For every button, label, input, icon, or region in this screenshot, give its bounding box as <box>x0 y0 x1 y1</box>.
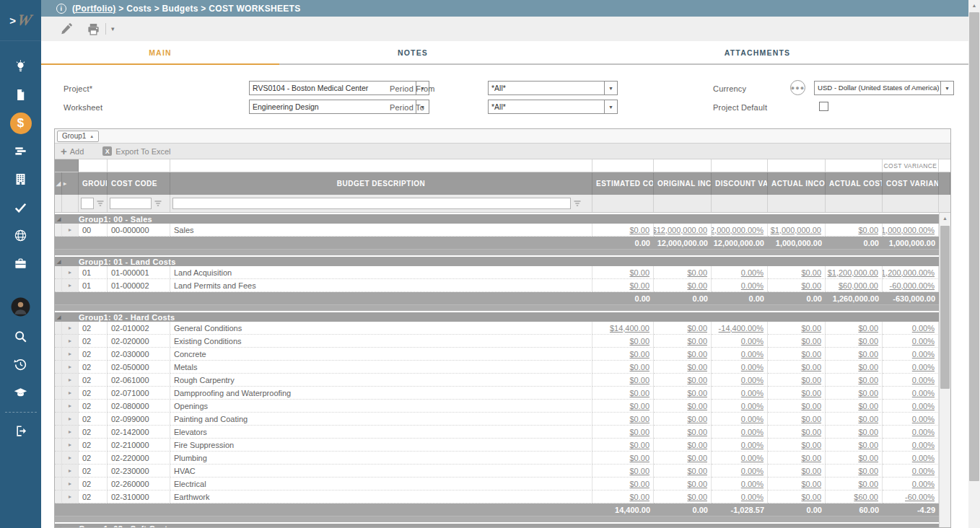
value-link[interactable]: $0.00 <box>687 402 707 410</box>
value-link[interactable]: 0.00% <box>912 415 935 423</box>
sidebar-item-dollar[interactable]: $ <box>0 109 41 137</box>
value-link[interactable]: $0.00 <box>801 402 821 410</box>
app-logo[interactable]: > W <box>0 0 41 41</box>
sidebar-item-avatar[interactable] <box>0 291 41 322</box>
value-link[interactable]: 0.00% <box>741 268 764 277</box>
sidebar-item-globe[interactable] <box>0 221 41 250</box>
expand-row-icon[interactable]: ▸ <box>62 335 79 348</box>
description-filter-input[interactable] <box>172 198 571 209</box>
value-link[interactable]: $0.00 <box>801 480 821 488</box>
value-link[interactable]: $0.00 <box>801 428 821 436</box>
value-link[interactable]: $0.00 <box>687 281 707 290</box>
value-link[interactable]: $1,000,000.00 <box>771 226 821 234</box>
value-link[interactable]: 0.00% <box>912 441 935 449</box>
value-link[interactable]: $0.00 <box>858 363 878 371</box>
value-link[interactable]: 12,000,000.00% <box>712 226 764 234</box>
breadcrumb-portfolio-link[interactable]: (Portfolio) <box>72 4 116 14</box>
currency-select[interactable]: USD - Dollar (United States of America) … <box>814 81 954 95</box>
value-link[interactable]: 0.00% <box>912 467 935 475</box>
value-link[interactable]: $0.00 <box>801 363 821 371</box>
group-by-chip[interactable]: Group1 ▲ <box>57 131 99 142</box>
value-link[interactable]: $60,000.00 <box>839 281 878 290</box>
value-link[interactable]: 0.00% <box>741 389 764 397</box>
collapse-all-icon[interactable]: ◢ <box>55 172 62 195</box>
chevron-down-icon[interactable]: ▼ <box>604 100 617 113</box>
expand-row-icon[interactable]: ▸ <box>62 266 79 279</box>
value-link[interactable]: 0.00% <box>741 480 764 488</box>
value-link[interactable]: $0.00 <box>687 480 707 488</box>
value-link[interactable]: $0.00 <box>687 415 707 423</box>
value-link[interactable]: $0.00 <box>629 441 649 449</box>
value-link[interactable]: $0.00 <box>801 268 821 277</box>
period-to-select[interactable]: *All* ▼ <box>488 100 618 114</box>
value-link[interactable]: $0.00 <box>858 350 878 358</box>
value-link[interactable]: 0.00% <box>912 454 935 462</box>
value-link[interactable]: 0.00% <box>741 363 764 371</box>
value-link[interactable]: $0.00 <box>629 454 649 462</box>
sidebar-item-checkmark[interactable] <box>0 193 41 221</box>
export-to-excel-button[interactable]: X Export To Excel <box>102 146 170 156</box>
group-filter-input[interactable] <box>81 198 94 209</box>
value-link[interactable]: $0.00 <box>629 493 649 501</box>
value-link[interactable]: $0.00 <box>801 337 821 346</box>
value-link[interactable]: 0.00% <box>741 428 764 436</box>
sidebar-item-lightbulb[interactable] <box>0 53 41 81</box>
value-link[interactable]: 0.00% <box>912 480 935 488</box>
cost-code-filter-input[interactable] <box>110 198 152 209</box>
value-link[interactable]: $0.00 <box>687 454 707 462</box>
value-link[interactable]: $0.00 <box>687 337 707 346</box>
currency-options-icon[interactable]: ●●● <box>790 80 805 95</box>
column-header-group[interactable]: GROUP <box>79 172 108 195</box>
value-link[interactable]: 0.00% <box>912 428 935 436</box>
sidebar-item-document[interactable] <box>0 81 41 109</box>
expand-row-icon[interactable]: ▸ <box>62 279 79 292</box>
value-link[interactable]: $0.00 <box>858 226 878 234</box>
value-link[interactable]: 0.00% <box>741 350 764 358</box>
value-link[interactable]: -60.00% <box>905 493 935 501</box>
column-header-discount-vari[interactable]: DISCOUNT VARI <box>712 172 768 195</box>
grid-vertical-scrollbar[interactable]: ▲ <box>939 213 950 527</box>
value-link[interactable]: $0.00 <box>858 428 878 436</box>
value-link[interactable]: $1,200,000.00 <box>828 268 878 277</box>
collapse-group-icon[interactable]: ◢ <box>55 314 79 320</box>
sidebar-item-graduation-cap[interactable] <box>0 379 41 407</box>
scroll-up-icon[interactable]: ▲ <box>940 213 950 224</box>
value-link[interactable]: $0.00 <box>629 281 649 290</box>
value-link[interactable]: -1,200,000.00% <box>883 268 935 277</box>
value-link[interactable]: 0.00% <box>912 389 935 397</box>
column-header-actual-incom[interactable]: ACTUAL INCOM <box>768 172 826 195</box>
value-link[interactable]: 0.00% <box>741 376 764 384</box>
value-link[interactable]: 0.00% <box>741 415 764 423</box>
page-scrollbar-thumb[interactable] <box>969 12 979 481</box>
value-link[interactable]: 0.00% <box>741 467 764 475</box>
value-link[interactable]: $0.00 <box>629 480 649 488</box>
value-link[interactable]: $0.00 <box>687 428 707 436</box>
expand-row-icon[interactable]: ▸ <box>62 400 79 413</box>
value-link[interactable]: $0.00 <box>687 324 707 333</box>
expand-row-icon[interactable]: ▸ <box>62 348 79 361</box>
period-from-select[interactable]: *All* ▼ <box>488 81 618 95</box>
value-link[interactable]: $0.00 <box>687 350 707 358</box>
tab-main[interactable]: MAIN <box>41 41 279 63</box>
value-link[interactable]: $0.00 <box>629 226 649 234</box>
value-link[interactable]: $0.00 <box>801 324 821 333</box>
value-link[interactable]: $0.00 <box>801 376 821 384</box>
value-link[interactable]: 0.00% <box>741 454 764 462</box>
print-options-caret-icon[interactable]: ▾ <box>109 23 117 35</box>
value-link[interactable]: $0.00 <box>858 441 878 449</box>
value-link[interactable]: 0.00% <box>741 337 764 346</box>
column-header-estimated-cos[interactable]: ESTIMATED COS <box>592 172 654 195</box>
value-link[interactable]: 0.00% <box>741 493 764 501</box>
sidebar-item-history[interactable] <box>0 351 41 379</box>
value-link[interactable]: $0.00 <box>629 268 649 277</box>
value-link[interactable]: $0.00 <box>687 376 707 384</box>
group-header-row[interactable]: ◢Group1: 01 - Land Costs <box>55 255 939 266</box>
value-link[interactable]: $0.00 <box>687 467 707 475</box>
value-link[interactable]: $0.00 <box>858 454 878 462</box>
value-link[interactable]: 0.00% <box>912 363 935 371</box>
value-link[interactable]: $0.00 <box>687 441 707 449</box>
add-button[interactable]: + Add <box>61 146 84 157</box>
expand-row-icon[interactable]: ▸ <box>62 439 79 452</box>
value-link[interactable]: $14,400.00 <box>610 324 649 333</box>
group-header-row[interactable]: ◢Group1: 02 - Hard Costs <box>55 311 939 322</box>
